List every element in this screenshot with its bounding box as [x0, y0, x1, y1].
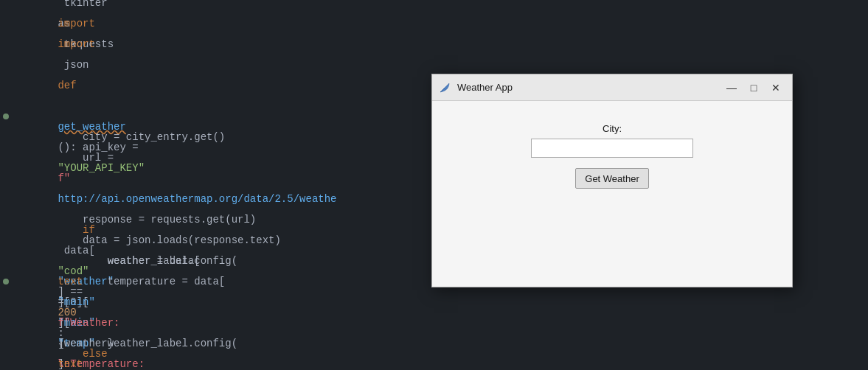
dialog-title: Weather App: [457, 82, 721, 93]
dialog-titlebar: Weather App — □ ✕: [432, 74, 792, 101]
city-label: City:: [603, 123, 622, 134]
dialog-body: City: Get Weather: [432, 101, 792, 287]
city-input[interactable]: [531, 139, 693, 158]
weather-app-dialog: Weather App — □ ✕ City: Get Weather: [431, 74, 793, 287]
close-button[interactable]: ✕: [765, 79, 786, 97]
get-weather-button[interactable]: Get Weather: [575, 168, 649, 189]
breakpoint-dot-2: [3, 279, 9, 285]
dialog-window-controls: — □ ✕: [721, 79, 786, 97]
maximize-button[interactable]: □: [743, 79, 764, 97]
app-icon: [438, 81, 451, 94]
breakpoint-dot: [3, 114, 9, 119]
minimize-button[interactable]: —: [721, 79, 742, 97]
